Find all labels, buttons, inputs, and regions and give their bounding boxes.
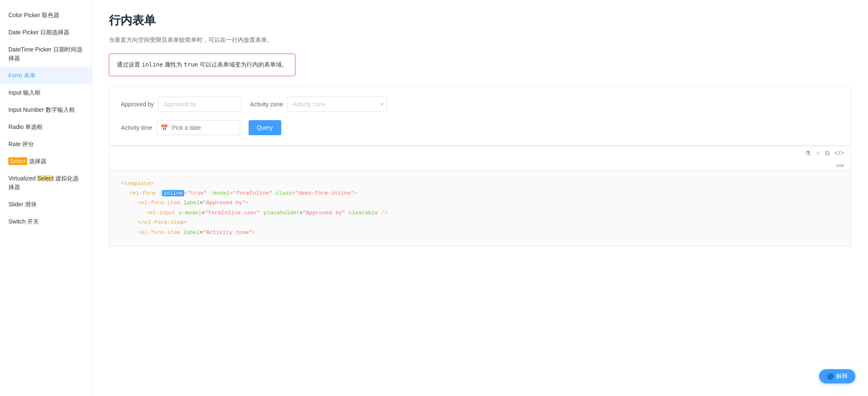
sidebar: Color Picker 取色器 Date Picker 日期选择器 DateT…	[0, 0, 92, 396]
date-picker-wrapper: 📅	[157, 120, 240, 135]
sidebar-item-input-number[interactable]: Input Number 数字输入框	[0, 101, 92, 118]
sidebar-item-date-picker[interactable]: Date Picker 日期选择器	[0, 24, 92, 41]
flask-icon[interactable]: ⚗	[805, 149, 811, 157]
inline-form: Approved by Activity zone Activity zone …	[121, 97, 839, 112]
vue-badge: vue	[109, 161, 851, 170]
query-button[interactable]: Query	[249, 120, 281, 135]
calendar-icon: 📅	[161, 124, 168, 131]
code-block: <template> <el-form :inline="true" :mode…	[109, 170, 851, 246]
activity-zone-select[interactable]: Activity zone	[287, 97, 388, 112]
activity-time-form-item: Activity time 📅	[121, 120, 240, 135]
code-line-3: <el-form-item label="Approved by">	[121, 198, 839, 208]
info-box: 通过设置 inline 属性为 true 可以让表单域变为行内的表单域。	[109, 54, 295, 76]
activity-time-label: Activity time	[121, 124, 152, 131]
page-title: 行内表单	[109, 13, 851, 28]
sidebar-item-input[interactable]: Input 输入框	[0, 84, 92, 101]
sidebar-item-form[interactable]: Form 表单	[0, 67, 92, 84]
explain-label: 解释	[836, 373, 848, 380]
code-line-2: <el-form :inline="true" :model="formInli…	[121, 188, 839, 198]
explain-button[interactable]: 🔵 解释	[819, 369, 855, 383]
code-line-6: <el-form-item label="Activity zone">	[121, 228, 839, 237]
sidebar-item-virtualized-select[interactable]: Virtualized Select 虚拟化选择器	[0, 170, 92, 196]
github-icon[interactable]: ⑁	[816, 149, 820, 157]
code-toolbar: ⚗ ⑁ ⧉ </>	[109, 146, 851, 161]
inline-highlight: inline	[162, 190, 184, 196]
code-line-5: </el-form-item>	[121, 218, 839, 227]
main-content: 行内表单 当垂直方向空间受限且表单较简单时，可以在一行内放置表单。 通过设置 i…	[92, 0, 868, 396]
sidebar-item-radio[interactable]: Radio 单选框	[0, 118, 92, 136]
copy-icon[interactable]: ⧉	[825, 149, 829, 157]
activity-time-input[interactable]	[157, 120, 240, 135]
code-container: ⚗ ⑁ ⧉ </> vue <template> <el-form :inlin…	[109, 146, 851, 246]
approved-by-label: Approved by	[121, 101, 154, 108]
code-icon[interactable]: </>	[835, 149, 844, 157]
sidebar-item-color-picker[interactable]: Color Picker 取色器	[0, 7, 92, 24]
approved-by-input[interactable]	[158, 97, 242, 112]
description-text: 当垂直方向空间受限且表单较简单时，可以在一行内放置表单。	[109, 35, 851, 45]
sidebar-item-rate[interactable]: Rate 评分	[0, 136, 92, 153]
explain-icon: 🔵	[827, 373, 834, 380]
form-row-2: Activity time 📅 Query	[121, 120, 839, 135]
sidebar-item-select[interactable]: Select 选择器	[0, 153, 92, 170]
sidebar-item-slider[interactable]: Slider 滑块	[0, 196, 92, 213]
code-line-4: <el-input v-model="formInline.user" plac…	[121, 208, 839, 218]
approved-by-form-item: Approved by	[121, 97, 242, 112]
sidebar-item-switch[interactable]: Switch 开关	[0, 213, 92, 230]
activity-zone-label: Activity zone	[250, 101, 283, 108]
activity-zone-form-item: Activity zone Activity zone ▾	[250, 97, 388, 112]
code-line-1: <template>	[121, 179, 839, 188]
activity-zone-select-wrapper: Activity zone ▾	[287, 97, 388, 112]
sidebar-item-datetime-picker[interactable]: DateTime Picker 日期时间选择器	[0, 41, 92, 67]
demo-section: Approved by Activity zone Activity zone …	[109, 86, 851, 146]
